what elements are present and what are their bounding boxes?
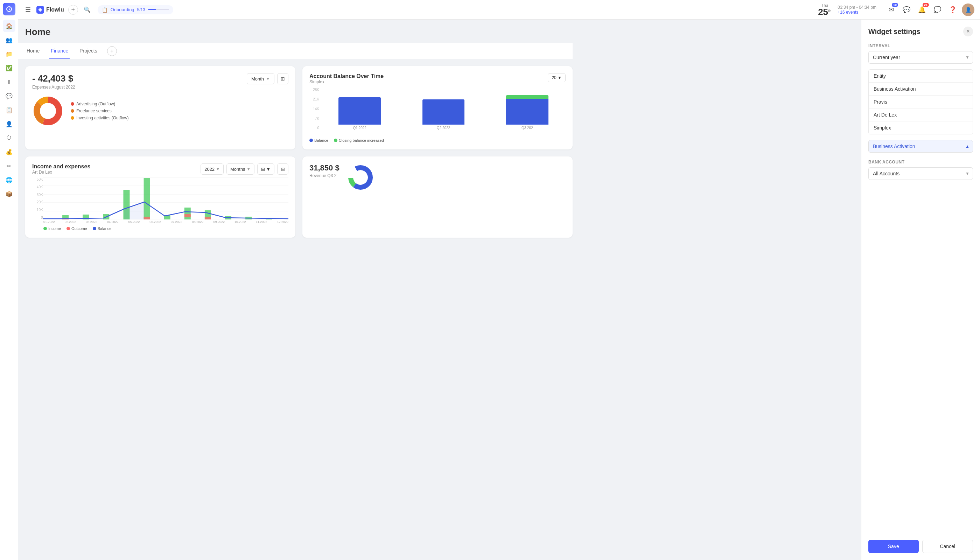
bank-account-select[interactable]: All Accounts Checking Account Savings Ac…: [868, 167, 973, 180]
income-title: Income and expenses: [32, 163, 90, 170]
svg-point-5: [41, 104, 55, 118]
bank-account-section: Bank Account All Accounts Checking Accou…: [868, 160, 973, 180]
expense-grid-button[interactable]: ⊞: [277, 73, 288, 84]
onboarding-progress-bar-container: [148, 9, 169, 10]
revenue-amount: 31,850 $: [309, 163, 340, 173]
sidebar-item-projects[interactable]: 📁: [3, 48, 15, 60]
expense-card: - 42,403 $ Expenses August 2022 Month ▼ …: [25, 66, 295, 150]
sidebar-item-box[interactable]: 📦: [3, 188, 15, 200]
sidebar-item-chat[interactable]: 💬: [3, 90, 15, 102]
bank-account-label: Bank Account: [868, 160, 973, 165]
interval-label: Interval: [868, 43, 973, 48]
tab-finance[interactable]: Finance: [49, 43, 70, 59]
page-header: Home: [25, 27, 573, 37]
comment-button[interactable]: 💬: [900, 3, 913, 16]
onboarding-badge[interactable]: 📋 Onboarding 5/13: [98, 5, 173, 14]
balance-chart: 28K21K14K7K0 Q1 2022 Q2 2022: [309, 88, 566, 137]
widget-close-button[interactable]: ×: [963, 27, 973, 37]
revenue-donut: [347, 163, 375, 192]
dashboard-row-2: Income and expenses Art De Lex 2022 ▼ Mo…: [25, 157, 573, 238]
sidebar-item-contacts[interactable]: 👥: [3, 33, 15, 46]
svg-rect-25: [184, 214, 190, 217]
widget-settings-panel: Widget settings × Interval Current year …: [861, 20, 980, 560]
save-button[interactable]: Save: [868, 540, 919, 553]
svg-point-0: [40, 9, 41, 10]
bell-button[interactable]: 🔔 21: [916, 3, 928, 16]
topbar: ☰ Flowlu + 🔍 📋 Onboarding 5/13 Thu 25 th…: [18, 0, 980, 20]
balance-card-subtitle: Simplex: [309, 80, 383, 84]
income-card: Income and expenses Art De Lex 2022 ▼ Mo…: [25, 157, 295, 238]
tab-add-button[interactable]: +: [107, 46, 117, 56]
search-button[interactable]: 🔍: [82, 5, 92, 15]
sidebar-item-time[interactable]: ⏱: [3, 132, 15, 144]
expense-amount: - 42,403 $: [32, 73, 75, 84]
expense-legend: Advertising (Outflow) Freelance services…: [71, 102, 128, 120]
income-period-dropdown[interactable]: Months ▼: [227, 163, 255, 175]
income-chart-type-btn[interactable]: ⊞ ▼: [257, 163, 274, 175]
nav-tabs: Home Finance Projects +: [18, 43, 573, 59]
sidebar-item-tasks[interactable]: ✅: [3, 62, 15, 74]
date-day: 25: [818, 7, 828, 17]
entity-option-art-de-lex[interactable]: Art De Lex: [869, 108, 973, 122]
mail-button[interactable]: ✉ 10: [885, 3, 897, 16]
sidebar-item-edit[interactable]: ✏: [3, 160, 15, 172]
entity-option-entity[interactable]: Entity: [869, 70, 973, 83]
expense-month-dropdown[interactable]: Month ▼: [247, 73, 274, 84]
selected-entity-select[interactable]: Business Activation Entity Pravis Art De…: [868, 140, 973, 153]
onboarding-progress-text: 5/13: [137, 7, 145, 12]
add-button[interactable]: +: [68, 5, 78, 15]
interval-select-wrapper: Current year Last month Last quarter ▼: [868, 51, 973, 64]
selected-entity-wrapper: Business Activation Entity Pravis Art De…: [868, 140, 973, 153]
avatar[interactable]: 👤: [962, 3, 974, 16]
date-time: 03:34 pm - 04:34 pm: [838, 5, 877, 10]
sidebar-item-finance[interactable]: 💰: [3, 146, 15, 158]
dashboard-row-1: - 42,403 $ Expenses August 2022 Month ▼ …: [25, 66, 573, 150]
onboarding-progress-fill: [148, 9, 156, 10]
balance-card: Account Balance Over Time Simplex 20 ▼ 2…: [302, 66, 573, 150]
date-events: +16 events: [838, 10, 877, 15]
sidebar-item-globe[interactable]: 🌐: [3, 173, 15, 186]
sidebar-item-clipboard[interactable]: 📋: [3, 103, 15, 116]
entity-option-simplex[interactable]: Simplex: [869, 122, 973, 134]
widget-panel-title: Widget settings: [868, 28, 920, 36]
sidebar: 🏠 👥 📁 ✅ ⬆ 💬 📋 👤 ⏱ 💰 ✏ 🌐 📦: [0, 0, 18, 560]
svg-rect-18: [184, 208, 190, 220]
onboarding-icon: 📋: [102, 7, 108, 13]
revenue-label: Revenue Q3 2: [309, 173, 340, 178]
svg-rect-16: [143, 178, 150, 220]
logo-text: Flowlu: [46, 7, 64, 13]
logo-area: Flowlu: [37, 6, 64, 13]
bank-account-select-wrapper: All Accounts Checking Account Savings Ac…: [868, 167, 973, 180]
date-suffix: th: [828, 9, 831, 13]
message-button[interactable]: 💭: [931, 3, 943, 16]
entity-options-list: Entity Business Activation Pravis Art De…: [868, 69, 973, 134]
income-subtitle: Art De Lex: [32, 170, 90, 175]
mail-badge: 10: [892, 3, 898, 7]
interval-select[interactable]: Current year Last month Last quarter: [868, 51, 973, 64]
svg-point-29: [355, 172, 366, 183]
sidebar-logo[interactable]: [3, 3, 15, 15]
income-year-dropdown[interactable]: 2022 ▼: [200, 163, 223, 175]
cancel-button[interactable]: Cancel: [922, 540, 973, 553]
tab-home[interactable]: Home: [25, 43, 41, 59]
sidebar-item-home[interactable]: 🏠: [3, 20, 15, 32]
revenue-card: 31,850 $ Revenue Q3 2: [302, 157, 573, 238]
entity-option-pravis[interactable]: Pravis: [869, 95, 973, 108]
svg-rect-26: [205, 217, 211, 220]
page-title: Home: [25, 27, 573, 37]
entity-option-business-1[interactable]: Business Activation: [869, 83, 973, 95]
donut-chart: [32, 95, 64, 127]
expense-label: Expenses August 2022: [32, 85, 75, 90]
sidebar-item-upload[interactable]: ⬆: [3, 76, 15, 88]
main-content: Home Home Finance Projects + - 42,403 $ …: [18, 20, 580, 560]
sidebar-item-people[interactable]: 👤: [3, 118, 15, 130]
interval-section: Interval Current year Last month Last qu…: [868, 43, 973, 64]
date-block: Thu 25 th: [818, 3, 831, 17]
tab-projects[interactable]: Projects: [78, 43, 99, 59]
income-grid-btn[interactable]: ⊞: [277, 163, 288, 175]
help-button[interactable]: ❓: [947, 3, 959, 16]
hamburger-button[interactable]: ☰: [24, 5, 32, 15]
bell-badge: 21: [923, 3, 929, 7]
balance-card-title: Account Balance Over Time: [309, 73, 383, 80]
balance-filter-btn[interactable]: 20 ▼: [548, 73, 566, 82]
